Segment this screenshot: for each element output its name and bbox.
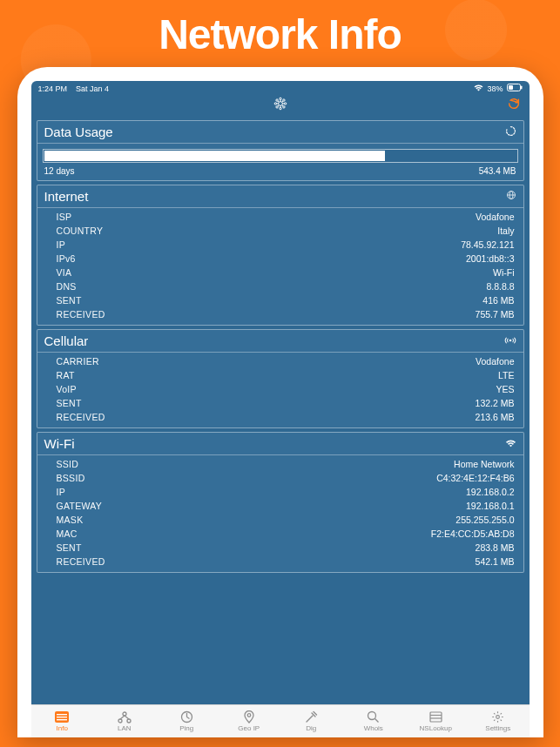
row-label: RECEIVED (57, 556, 105, 567)
svg-point-28 (123, 712, 126, 716)
tab-whois[interactable]: Whois (342, 705, 405, 737)
info-row: GATEWAY192.168.0.1 (37, 499, 523, 513)
info-tab-icon (55, 710, 69, 723)
svg-line-19 (281, 105, 282, 106)
info-row: SENT132.2 MB (37, 396, 523, 410)
tab-dig[interactable]: Dig (280, 705, 343, 737)
info-row: RATLTE (37, 368, 523, 382)
row-label: GATEWAY (57, 501, 103, 511)
row-label: IP (57, 239, 66, 250)
wifi-icon (474, 84, 483, 93)
ping-tab-icon (180, 710, 193, 723)
info-row: VIAWi-Fi (37, 266, 523, 279)
panel-body-internet: ISPVodafoneCOUNTRYItalyIP78.45.92.121IPv… (37, 208, 523, 325)
row-value: 255.255.255.0 (455, 515, 514, 525)
content-scroll[interactable]: Data Usage 12 days 543.4 MB Internet (31, 117, 530, 704)
row-value: 132.2 MB (476, 398, 515, 408)
row-label: COUNTRY (57, 225, 104, 236)
svg-rect-37 (430, 712, 442, 722)
row-label: RECEIVED (57, 412, 105, 422)
status-date: Sat Jan 4 (76, 84, 109, 93)
status-left: 1:24 PM Sat Jan 4 (38, 84, 110, 93)
info-row: IPv62001:db8::3 (37, 252, 523, 266)
info-row: CARRIERVodafone (37, 354, 523, 368)
row-value: Vodafone (476, 212, 514, 222)
spinner-icon (505, 125, 516, 139)
wifi-icon (505, 438, 516, 450)
panel-title: Data Usage (44, 124, 113, 139)
usage-period: 12 days (44, 166, 75, 176)
svg-point-7 (284, 103, 286, 104)
svg-point-34 (247, 714, 251, 717)
row-label: SENT (57, 398, 82, 408)
svg-point-4 (279, 98, 280, 99)
row-value: 755.7 MB (476, 309, 515, 320)
panel-wifi: Wi-Fi SSIDHome NetworkBSSIDC4:32:4E:12:F… (37, 432, 524, 573)
row-label: DNS (57, 281, 77, 292)
info-row: ISPVodafone (37, 210, 523, 224)
row-value: 192.168.0.2 (466, 487, 514, 497)
tab-label: LAN (118, 724, 132, 732)
info-row: MASK255.255.255.0 (37, 513, 523, 527)
panel-header-cellular[interactable]: Cellular (37, 330, 523, 353)
whois-tab-icon (367, 710, 380, 723)
info-row: SENT283.8 MB (37, 541, 523, 555)
svg-rect-27 (57, 719, 67, 720)
nslookup-tab-icon (429, 710, 442, 723)
info-row: MACF2:E4:CC:D5:AB:D8 (37, 527, 523, 541)
row-value: C4:32:4E:12:F4:B6 (436, 473, 514, 483)
info-row: IP78.45.92.121 (37, 238, 523, 252)
usage-footer: 12 days 543.4 MB (37, 165, 523, 180)
info-row: VoIPYES (37, 382, 523, 396)
tab-label: NSLookup (420, 724, 452, 732)
svg-rect-2 (509, 85, 513, 90)
row-value: Wi-Fi (493, 267, 515, 278)
tab-label: Dig (306, 724, 316, 732)
panel-header-wifi[interactable]: Wi-Fi (37, 433, 523, 455)
refresh-button[interactable] (507, 97, 521, 114)
info-row: SENT416 MB (37, 293, 523, 307)
row-label: VIA (57, 267, 72, 278)
tab-label: Geo IP (238, 724, 260, 732)
panel-header-internet[interactable]: Internet (37, 185, 523, 208)
svg-line-36 (375, 718, 379, 722)
svg-point-29 (118, 719, 122, 723)
info-row: COUNTRYItaly (37, 224, 523, 238)
svg-rect-26 (57, 717, 67, 717)
svg-line-18 (277, 105, 278, 106)
tab-settings[interactable]: Settings (467, 705, 530, 737)
info-row: RECEIVED755.7 MB (37, 307, 523, 321)
row-label: SENT (57, 295, 82, 306)
row-label: IP (57, 487, 66, 497)
tab-geoip[interactable]: Geo IP (218, 705, 280, 737)
row-label: RECEIVED (57, 309, 105, 320)
tab-lan[interactable]: LAN (93, 705, 156, 737)
tab-ping[interactable]: Ping (156, 705, 219, 737)
settings-tab-icon (491, 710, 504, 723)
tab-label: Ping (179, 724, 193, 732)
tab-label: Info (57, 724, 68, 732)
tab-info[interactable]: Info (31, 705, 94, 737)
row-value: LTE (498, 370, 514, 380)
tab-bar: Info LAN Ping Geo IP Dig Whois (31, 704, 530, 737)
row-value: YES (496, 384, 514, 394)
row-label: RAT (57, 370, 75, 380)
panel-title: Internet (44, 189, 89, 204)
panel-cellular: Cellular CARRIERVodafoneRATLTEVoIPYESSEN… (37, 329, 524, 428)
row-value: 2001:db8::3 (466, 253, 514, 264)
panel-header-data-usage[interactable]: Data Usage (37, 121, 523, 144)
dig-tab-icon (305, 710, 318, 723)
row-value: 283.8 MB (476, 542, 515, 553)
usage-bar (43, 149, 518, 163)
usage-total: 543.4 MB (479, 166, 516, 176)
row-label: BSSID (57, 473, 85, 483)
tab-label: Settings (485, 724, 510, 732)
geoip-tab-icon (244, 710, 254, 723)
panel-body-cellular: CARRIERVodafoneRATLTEVoIPYESSENT132.2 MB… (37, 353, 523, 427)
svg-point-30 (127, 719, 131, 723)
lan-tab-icon (118, 710, 132, 723)
tab-nslookup[interactable]: NSLookup (405, 705, 468, 737)
info-row: SSIDHome Network (37, 457, 523, 471)
row-value: 213.6 MB (476, 412, 515, 422)
tablet-frame: 1:24 PM Sat Jan 4 38% (17, 67, 543, 737)
